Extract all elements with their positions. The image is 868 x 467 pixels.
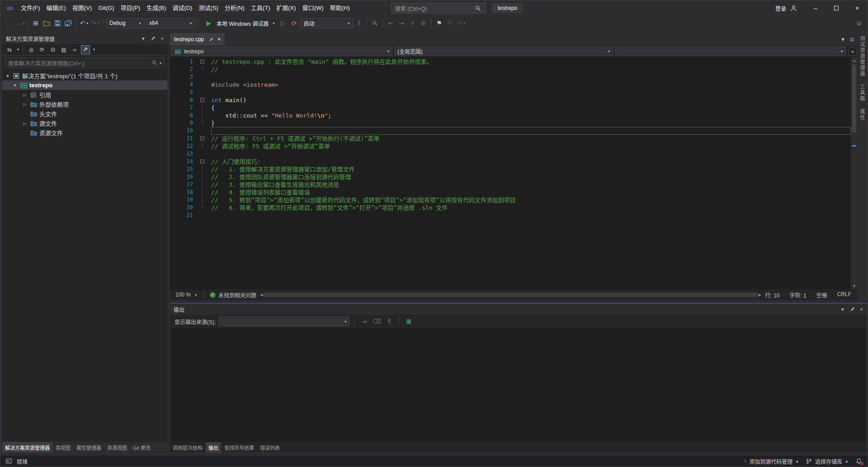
redo-icon[interactable]: ↷▾ — [90, 18, 100, 28]
scrollbar-thumb[interactable] — [852, 65, 856, 132]
code-text[interactable]: // 调试程序: F5 或调试 >“开始调试”菜单 — [211, 142, 851, 150]
menu-project[interactable]: 项目(P) — [118, 0, 143, 16]
panel-tab-solution-explorer[interactable]: 解决方案资源管理器 — [2, 442, 52, 453]
solution-configuration-combo[interactable]: Debug▾ — [106, 18, 145, 28]
notifications-bell-icon[interactable] — [855, 457, 863, 465]
tree-row-source-files[interactable]: ▷ 源文件 — [2, 118, 167, 128]
float-window-icon[interactable]: ⊡ — [850, 37, 854, 42]
expander-icon[interactable]: ▷ — [22, 121, 28, 126]
open-in-new-window-icon[interactable]: ⊞ — [404, 316, 414, 327]
code-text[interactable]: // 运行程序: Ctrl + F5 或调试 >“开始执行(不调试)”菜单 — [211, 135, 851, 142]
code-text[interactable]: } — [211, 119, 851, 127]
menu-debug[interactable]: 调试(D) — [169, 0, 195, 16]
zoom-combo[interactable]: 100 % ▾ — [174, 292, 198, 298]
break-all-icon[interactable]: ‖ — [354, 18, 364, 28]
find-in-files-icon[interactable] — [370, 18, 380, 28]
line-number[interactable]: 7 — [170, 104, 193, 112]
window-position-icon[interactable]: ▾ — [142, 36, 145, 42]
code-text[interactable]: // testrepo.cpp : 此文件包含 "main" 函数。程序执行将在… — [211, 58, 851, 66]
document-tab-testrepo-cpp[interactable]: testrepo.cpp × — [170, 33, 225, 46]
code-text[interactable]: // 1. 使用解决方案资源管理器窗口添加/管理文件 — [211, 165, 851, 173]
fold-toggle-icon[interactable]: - — [193, 158, 211, 165]
line-number[interactable]: 3 — [170, 73, 193, 81]
code-line[interactable]: 8│ std::cout << "Hello World!\n"; — [170, 112, 851, 119]
refresh-icon[interactable]: ⟳ — [38, 45, 47, 54]
next-bookmark-icon[interactable]: ⚐▾ — [456, 18, 466, 28]
chevron-down-icon[interactable]: ▾ — [17, 47, 19, 52]
code-text[interactable] — [211, 150, 851, 158]
open-file-icon[interactable] — [42, 18, 52, 28]
horizontal-scroll-track[interactable] — [264, 292, 757, 297]
document-health-indicator[interactable]: ✓ 未找到相关问题 — [210, 291, 256, 299]
code-text[interactable] — [211, 212, 851, 219]
line-number[interactable]: 5 — [170, 89, 193, 96]
expander-icon[interactable]: ▷ — [22, 93, 28, 97]
output-source-combo[interactable]: ▾ — [218, 316, 349, 326]
menu-git[interactable]: Git(G) — [95, 0, 117, 16]
select-repository-button[interactable]: 选择存储库 ▲ — [805, 458, 849, 465]
close-panel-icon[interactable]: × — [860, 307, 863, 312]
line-number[interactable]: 17 — [170, 181, 193, 189]
code-text[interactable]: // 4. 使用错误列表窗口查看错误 — [211, 189, 851, 196]
window-position-icon[interactable]: ▾ — [841, 307, 844, 312]
chevron-down-icon[interactable]: ▾ — [160, 61, 161, 65]
decrease-indent-icon[interactable]: ⇤ — [386, 18, 396, 28]
feedback-icon[interactable]: ☺ — [854, 18, 864, 28]
auto-hide-tab-test-explorer[interactable]: 测试资源管理器 — [859, 36, 866, 77]
column-indicator[interactable]: 字符: 1 — [789, 291, 806, 299]
code-text[interactable]: // 6. 将来，若要再次打开此项目，请转到“文件”>“打开”>“项目”并选择 … — [211, 204, 851, 212]
code-text[interactable] — [211, 89, 851, 96]
line-indicator[interactable]: 行: 10 — [765, 291, 779, 299]
line-number[interactable]: 13 — [170, 150, 193, 158]
line-number[interactable]: 18 — [170, 189, 193, 196]
code-line[interactable]: 19│// 5. 转到“项目”>“添加新项”以创建新的代码文件，或转到“项目”>… — [170, 196, 851, 204]
uncomment-selection-icon[interactable]: ≣ — [418, 18, 428, 28]
start-without-debugging-icon[interactable]: ▷ — [278, 18, 288, 28]
menu-analyze[interactable]: 分析(N) — [222, 0, 248, 16]
code-text[interactable] — [211, 127, 851, 135]
line-number[interactable]: 9 — [170, 119, 193, 127]
code-line[interactable]: 6-int main() — [170, 96, 851, 104]
line-number[interactable]: 4 — [170, 81, 193, 89]
hot-reload-icon[interactable]: ⟳ — [289, 18, 299, 28]
line-number[interactable]: 2 — [170, 66, 193, 73]
comment-selection-icon[interactable]: ≡ — [407, 18, 417, 28]
auto-hide-tab-toolbox[interactable]: 工具箱 — [859, 84, 866, 102]
tree-row-references[interactable]: ▷ 引用 — [2, 90, 167, 99]
fold-toggle-icon[interactable]: - — [193, 96, 211, 104]
go-to-message-icon[interactable]: ⇥ — [359, 316, 369, 327]
code-line[interactable]: 9└} — [170, 119, 851, 127]
maximize-button[interactable] — [826, 0, 847, 16]
code-line[interactable]: 20└// 6. 将来，若要再次打开此项目，请转到“文件”>“打开”>“项目”并… — [170, 204, 851, 212]
code-line[interactable]: 5 — [170, 89, 851, 96]
code-text[interactable]: // 入门使用技巧: — [211, 158, 851, 165]
code-line[interactable]: 2└// — [170, 66, 851, 73]
member-scope-combo[interactable]: ▾ — [615, 47, 846, 56]
auto-combo[interactable]: 自动▾ — [300, 18, 353, 28]
properties-icon[interactable] — [81, 45, 90, 54]
code-text[interactable]: #include <iostream> — [211, 81, 851, 89]
add-to-source-control-button[interactable]: ↑ 添加到源代码管理 ▲ — [744, 458, 799, 465]
user-profile-icon[interactable] — [790, 5, 797, 12]
navigate-backward-icon[interactable]: ← — [4, 18, 14, 28]
expander-icon[interactable]: ▼ — [12, 83, 18, 88]
fold-toggle-icon[interactable]: - — [193, 135, 211, 142]
line-number[interactable]: 21 — [170, 212, 193, 219]
code-text[interactable] — [211, 73, 851, 81]
tree-row-header-files[interactable]: 头文件 — [2, 109, 167, 118]
menu-build[interactable]: 生成(B) — [143, 0, 169, 16]
code-line[interactable]: 4#include <iostream> — [170, 81, 851, 89]
solution-platform-combo[interactable]: x64▾ — [146, 18, 195, 28]
type-scope-combo[interactable]: (全局范围) ▾ — [394, 47, 613, 56]
code-text[interactable]: // — [211, 66, 851, 73]
pin-icon[interactable] — [207, 36, 214, 43]
line-number[interactable]: 1 — [170, 58, 193, 66]
eol-indicator[interactable]: CRLF — [837, 291, 851, 299]
expander-icon[interactable]: ▷ — [22, 102, 28, 107]
scroll-down-icon[interactable]: ▼ — [852, 283, 856, 289]
code-editor[interactable]: 1-// testrepo.cpp : 此文件包含 "main" 函数。程序执行… — [170, 57, 858, 289]
previous-bookmark-icon[interactable]: ⚐ — [445, 18, 455, 28]
close-button[interactable]: × — [847, 0, 868, 16]
auto-hide-tab-properties[interactable]: 属性 — [859, 109, 866, 121]
panel-tab-find-symbol-results[interactable]: 查找符号结果 — [222, 442, 257, 453]
